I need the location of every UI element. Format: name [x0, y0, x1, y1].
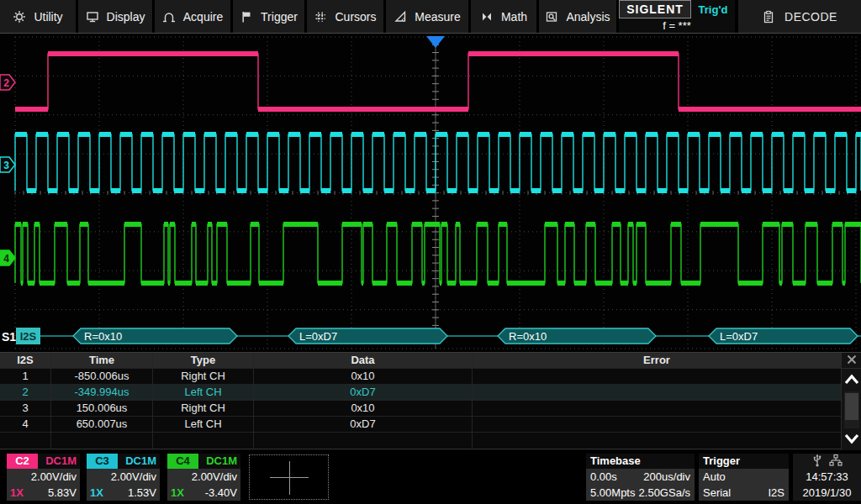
clock-date: 2019/1/30: [793, 485, 861, 501]
scope-screen: 2 3 4 R=0x10L=0xD7R=0x10L=0xD7 S1 I2S I2…: [0, 34, 861, 450]
cell-type: Right CH: [153, 401, 254, 416]
decode-packet: R=0x10: [498, 328, 656, 344]
timebase-delay: 0.00s: [590, 469, 617, 485]
add-channel-button[interactable]: [249, 454, 329, 500]
cell-type: Right CH: [153, 369, 254, 384]
col-header-time: Time: [51, 353, 153, 368]
menu-item-cursors[interactable]: Cursors: [307, 0, 383, 33]
scrollbar-thumb[interactable]: [845, 393, 858, 420]
menu-item-utility[interactable]: Utility: [0, 0, 76, 33]
datetime-box: 14:57:33 2019/1/30: [793, 454, 861, 501]
scroll-up-button[interactable]: [842, 369, 861, 391]
table-row[interactable]: 3 150.006us Right CH 0x10: [0, 401, 841, 417]
cell-type: Left CH: [153, 417, 254, 432]
coupling-label: DC1M: [198, 454, 240, 469]
menu-label: DECODE: [784, 10, 837, 24]
menu-label: Trigger: [261, 10, 298, 24]
trigger-box[interactable]: Trigger Auto SerialI2S: [699, 454, 789, 501]
gear-icon: [13, 10, 26, 24]
cell-time: 150.006us: [51, 401, 153, 416]
cell-error: [473, 417, 841, 432]
trigger-flag-icon: [240, 10, 253, 24]
menu-label: Utility: [34, 10, 62, 24]
channel-3-chip: C3: [87, 454, 118, 469]
decode-bus: R=0x10L=0xD7R=0x10L=0xD7: [40, 328, 861, 344]
brand-status-box: SIGLENT Trig'd f = ***: [619, 0, 735, 33]
decode-result-table: I2S Time Type Data Error 1 -850.006us Ri…: [0, 352, 861, 450]
svg-text:2: 2: [3, 77, 9, 89]
coupling-label: DC1M: [38, 454, 80, 469]
frequency-readout: f = ***: [619, 18, 735, 33]
trigger-title: Trigger: [699, 454, 789, 469]
vertical-scale: 2.00V/div: [87, 469, 160, 485]
menu-label: Measure: [415, 10, 460, 24]
channel-4-chip: C4: [167, 454, 198, 469]
decode-packet: L=0xD7: [288, 328, 447, 344]
scroll-down-button[interactable]: [842, 428, 861, 451]
menu-item-decode[interactable]: DECODE: [738, 0, 861, 33]
cell-type: Left CH: [153, 385, 254, 400]
timebase-box[interactable]: Timebase 0.00s200us/div 5.00Mpts2.50GSa/…: [586, 454, 695, 501]
channel-2-box[interactable]: C2DC1M 2.00V/div 1X5.83V: [7, 454, 80, 501]
vertical-scale: 2.00V/div: [7, 469, 80, 485]
vertical-scale: 2.00V/div: [167, 469, 240, 485]
svg-text:3: 3: [3, 160, 9, 171]
chevron-down-icon: [843, 433, 860, 447]
memory-depth: 5.00Mpts: [590, 485, 635, 501]
cell-time: 650.007us: [51, 417, 153, 432]
cell-data: 0x10: [254, 401, 473, 416]
channel-4-box[interactable]: C4DC1M 2.00V/div 1X-3.40V: [167, 454, 240, 501]
clipboard-icon: [762, 10, 775, 24]
cell-index: 1: [0, 369, 51, 384]
clock-time: 14:57:33: [793, 469, 861, 485]
channel-3-marker[interactable]: 3: [0, 157, 15, 172]
close-icon: [846, 354, 858, 368]
probe-attenuation: 1X: [7, 485, 24, 501]
table-row[interactable]: 4 650.007us Left CH 0xD7: [0, 417, 841, 433]
cell-time: -349.994us: [51, 385, 153, 400]
menu-item-math[interactable]: Math: [471, 0, 536, 33]
timebase-scale: 200us/div: [643, 469, 690, 485]
usb-icon: [811, 454, 823, 470]
cell-index: 4: [0, 417, 51, 432]
table-scrollbar: [841, 353, 861, 451]
siglent-logo: SIGLENT: [619, 0, 691, 18]
menu-label: Display: [107, 10, 145, 24]
channel-3-box[interactable]: C3DC1M 2.00V/div 1X1.53V: [87, 454, 160, 501]
analysis-icon: [545, 10, 558, 24]
menu-item-display[interactable]: Display: [78, 0, 152, 33]
trigger-protocol: I2S: [768, 485, 784, 501]
vertical-offset: 5.83V: [24, 485, 80, 501]
scrollbar-track[interactable]: [844, 391, 859, 428]
cell-error: [473, 369, 841, 384]
menu-item-measure[interactable]: Measure: [386, 0, 468, 33]
decode-protocol-label: I2S: [20, 330, 37, 343]
trigger-type: Serial: [703, 485, 731, 501]
probe-attenuation: 1X: [167, 485, 184, 501]
menu-label: Math: [501, 10, 527, 24]
status-bar: C2DC1M 2.00V/div 1X5.83V C3DC1M 2.00V/di…: [0, 450, 861, 504]
cell-data: 0xD7: [254, 417, 473, 432]
channel-4-marker[interactable]: 4: [0, 250, 15, 265]
close-table-button[interactable]: [842, 353, 861, 369]
menu-item-analysis[interactable]: Analysis: [539, 0, 616, 33]
table-row[interactable]: 1 -850.006us Right CH 0x10: [0, 369, 841, 385]
chevron-up-icon: [843, 374, 860, 387]
decode-packet: R=0x10: [73, 328, 237, 344]
cell-data: 0x10: [254, 369, 473, 384]
table-row-selected[interactable]: 2 -349.994us Left CH 0xD7: [0, 385, 841, 401]
svg-text:L=0xD7: L=0xD7: [720, 330, 758, 343]
svg-text:L=0xD7: L=0xD7: [299, 330, 337, 343]
svg-text:4: 4: [3, 253, 9, 265]
cell-data: 0xD7: [254, 385, 473, 400]
channel-2-marker[interactable]: 2: [0, 75, 15, 90]
table-header-row: I2S Time Type Data Error: [0, 353, 841, 369]
trigger-position-marker[interactable]: [426, 36, 445, 48]
vertical-offset: 1.53V: [103, 485, 160, 501]
menu-item-trigger[interactable]: Trigger: [233, 0, 304, 33]
svg-text:R=0x10: R=0x10: [509, 330, 547, 343]
cell-index: 3: [0, 401, 51, 416]
menu-item-acquire[interactable]: Acquire: [155, 0, 230, 33]
probe-attenuation: 1X: [87, 485, 103, 501]
menu-label: Cursors: [335, 10, 376, 24]
